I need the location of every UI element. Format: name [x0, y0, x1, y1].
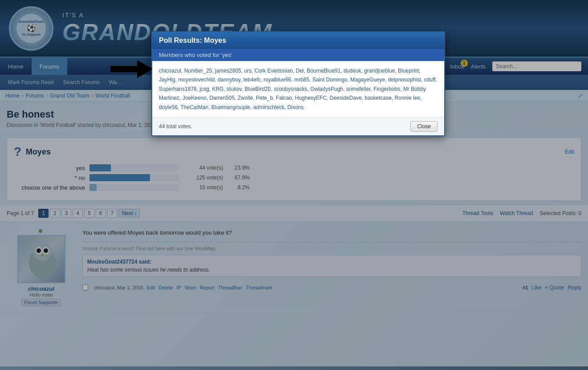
black-arrow: [110, 58, 155, 80]
modal-total: 44 total votes.: [159, 123, 192, 130]
modal-header: Poll Results: Moyes: [152, 32, 444, 49]
arrow-head: [137, 60, 153, 78]
modal-sub-header: Members who voted for 'yes': [152, 49, 444, 61]
modal-close-btn[interactable]: Close: [410, 121, 438, 132]
modal-footer: 44 total votes. Close: [152, 117, 444, 135]
modal-body: chicoazul, Number_25, james2805, urs, Co…: [152, 61, 444, 117]
poll-results-modal: Poll Results: Moyes Members who voted fo…: [151, 31, 445, 136]
modal-overlay[interactable]: Poll Results: Moyes Members who voted fo…: [0, 0, 588, 370]
